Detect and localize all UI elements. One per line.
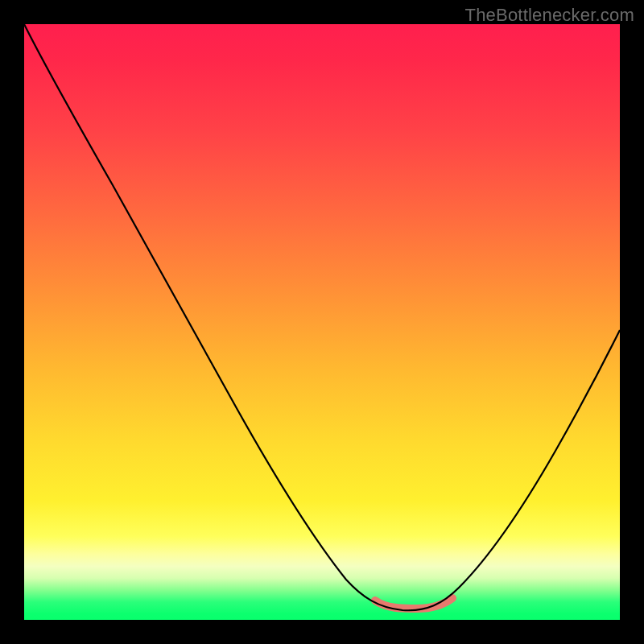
bottleneck-curve-svg (24, 24, 620, 620)
plot-area (24, 24, 620, 620)
watermark-text: TheBottlenecker.com (465, 5, 634, 26)
bottleneck-curve-line (24, 24, 620, 610)
chart-frame: TheBottlenecker.com (0, 0, 644, 644)
